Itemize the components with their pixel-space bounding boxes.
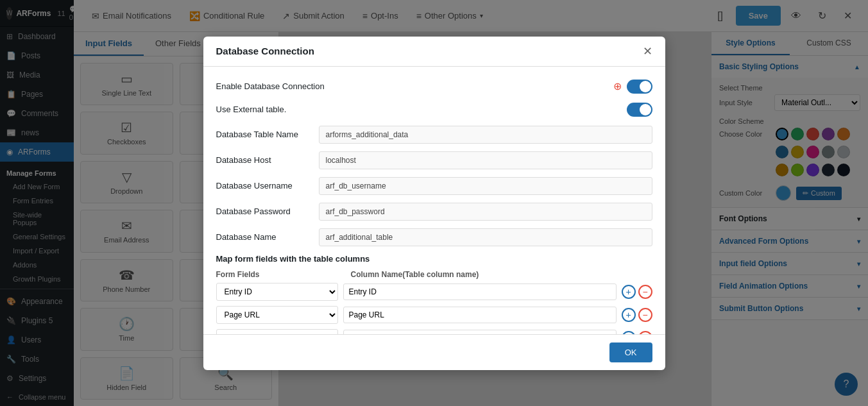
- plus-icon: ⊕: [613, 80, 622, 92]
- db-name-row: Database Name: [216, 228, 652, 246]
- enable-db-toggle[interactable]: [627, 80, 652, 94]
- db-username-label: Database Username: [216, 181, 319, 190]
- toggle-row-right: ⊕: [613, 80, 652, 94]
- map-headers: Form Fields Column Name(Table column nam…: [216, 270, 652, 279]
- dialog-footer: OK: [203, 334, 665, 370]
- map-select-0[interactable]: Entry ID: [216, 283, 338, 301]
- map-row-1: Page URL + −: [216, 306, 652, 324]
- dialog-overlay: Database Connection ✕ Enable Database Co…: [0, 0, 868, 406]
- external-table-toggle[interactable]: [627, 103, 652, 117]
- db-table-name-row: Database Table Name: [216, 126, 652, 144]
- db-table-name-input[interactable]: [319, 126, 652, 144]
- db-table-name-label: Database Table Name: [216, 130, 319, 139]
- map-remove-button-1[interactable]: −: [638, 308, 652, 322]
- db-username-input[interactable]: [319, 177, 652, 195]
- col-header-column-name: Column Name(Table column name): [351, 270, 652, 279]
- dialog-title: Database Connection: [216, 46, 314, 56]
- db-password-label: Database Password: [216, 207, 319, 216]
- map-remove-button-0[interactable]: −: [638, 285, 652, 299]
- external-table-row: Use External table.: [216, 103, 652, 117]
- map-section-title: Map form fields with the table columns: [216, 254, 652, 264]
- map-actions-0: + −: [622, 285, 652, 299]
- map-row-0: Entry ID + −: [216, 283, 652, 301]
- db-host-label: Database Host: [216, 155, 319, 165]
- ok-button[interactable]: OK: [609, 343, 652, 362]
- database-connection-dialog: Database Connection ✕ Enable Database Co…: [203, 37, 665, 370]
- dialog-close-button[interactable]: ✕: [643, 46, 652, 57]
- col-header-form-fields: Form Fields: [216, 270, 345, 279]
- map-add-button-0[interactable]: +: [622, 285, 636, 299]
- map-input-2[interactable]: [343, 330, 617, 334]
- db-password-input[interactable]: [319, 203, 652, 221]
- map-actions-1: + −: [622, 308, 652, 322]
- db-username-row: Database Username: [216, 177, 652, 195]
- db-name-input[interactable]: [319, 228, 652, 246]
- enable-db-label: Enable Database Connection: [216, 81, 325, 91]
- map-select-2[interactable]: First Name: [216, 329, 338, 334]
- map-select-1[interactable]: Page URL: [216, 306, 338, 324]
- db-host-row: Database Host: [216, 151, 652, 169]
- map-input-1[interactable]: [343, 307, 617, 323]
- db-password-row: Database Password: [216, 203, 652, 221]
- db-name-label: Database Name: [216, 232, 319, 242]
- map-row-2: First Name + −: [216, 329, 652, 334]
- dialog-header: Database Connection ✕: [203, 37, 665, 67]
- map-add-button-1[interactable]: +: [622, 308, 636, 322]
- map-input-0[interactable]: [343, 283, 617, 300]
- enable-db-connection-row: Enable Database Connection ⊕: [216, 80, 652, 94]
- external-table-label: Use External table.: [216, 105, 287, 114]
- dialog-body: Enable Database Connection ⊕ Use Externa…: [203, 67, 665, 334]
- db-host-input[interactable]: [319, 151, 652, 169]
